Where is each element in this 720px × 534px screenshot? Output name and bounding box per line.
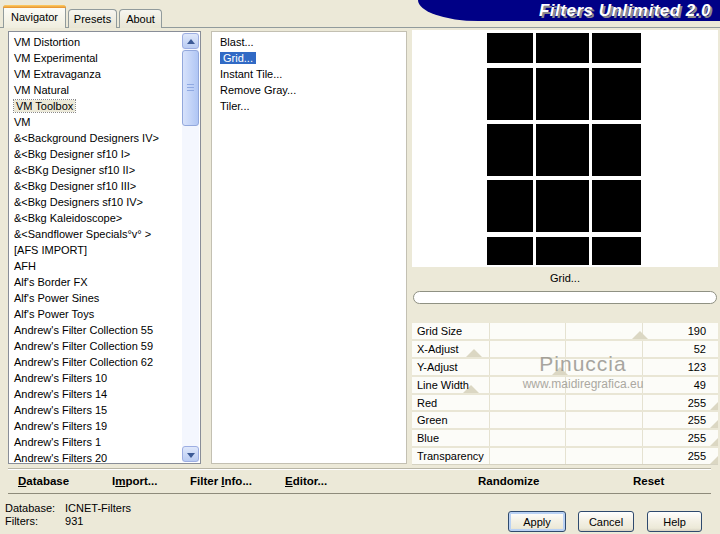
category-item[interactable]: Andrew's Filters 14 — [9, 386, 200, 402]
filter-listbox[interactable]: Blast...Grid...Instant Tile...Remove Gra… — [211, 31, 407, 464]
category-item[interactable]: &<Sandflower Specials°v° > — [9, 226, 200, 242]
category-listbox[interactable]: VM DistortionVM ExperimentalVM Extravaga… — [8, 31, 201, 464]
tab-presets[interactable]: Presets — [68, 9, 117, 28]
filter-item-label: Instant Tile... — [220, 68, 282, 80]
preview-grid-cell — [487, 33, 533, 63]
slider-tick — [565, 377, 566, 393]
slider-thumb[interactable] — [466, 349, 482, 357]
slider-tick — [489, 448, 490, 464]
slider-transparency[interactable]: Transparency255 — [412, 448, 718, 465]
preview-grid-cell — [536, 180, 589, 232]
category-item[interactable]: VM Distortion — [9, 34, 200, 50]
category-item-label: Andrew's Filters 19 — [14, 420, 107, 432]
status-database-value: ICNET-Filters — [65, 502, 131, 514]
category-item[interactable]: Andrew's Filters 20 — [9, 450, 200, 464]
filter-item[interactable]: Grid... — [212, 50, 406, 66]
filter-item-label: Tiler... — [220, 100, 250, 112]
category-item[interactable]: VM Natural — [9, 82, 200, 98]
slider-thumb[interactable] — [710, 402, 718, 410]
import-button[interactable]: Import... — [112, 470, 157, 493]
category-item[interactable]: Andrew's Filter Collection 59 — [9, 338, 200, 354]
filter-item[interactable]: Remove Gray... — [212, 82, 406, 98]
category-item[interactable]: &<BKg Designer sf10 II> — [9, 162, 200, 178]
filter-item[interactable]: Tiler... — [212, 98, 406, 114]
arrow-up-icon — [187, 39, 195, 44]
filter-item[interactable]: Instant Tile... — [212, 66, 406, 82]
apply-button[interactable]: Apply — [508, 511, 566, 532]
slider-thumb[interactable] — [710, 420, 718, 428]
slider-tick — [565, 341, 566, 357]
category-item[interactable]: Andrew's Filter Collection 55 — [9, 322, 200, 338]
slider-line-width[interactable]: Line Width49 — [412, 377, 718, 395]
filter-items: Blast...Grid...Instant Tile...Remove Gra… — [212, 34, 406, 114]
scroll-up-button[interactable] — [182, 33, 199, 49]
preview-grid-cell — [536, 124, 589, 176]
slider-tick — [565, 395, 566, 411]
app-title: Filters Unlimited 2.0 — [539, 1, 711, 21]
category-item[interactable]: [AFS IMPORT] — [9, 242, 200, 258]
category-item[interactable]: Andrew's Filters 15 — [9, 402, 200, 418]
filter-item[interactable]: Blast... — [212, 34, 406, 50]
category-item-label: Andrew's Filters 14 — [14, 388, 107, 400]
category-item[interactable]: VM Experimental — [9, 50, 200, 66]
category-item-label: &<Bkg Designer sf10 III> — [14, 180, 136, 192]
category-item[interactable]: AFH — [9, 258, 200, 274]
filter-preview-image — [412, 30, 718, 267]
slider-blue[interactable]: Blue255 — [412, 430, 718, 448]
category-item-label: Andrew's Filters 1 — [14, 436, 101, 448]
tab-about[interactable]: About — [119, 9, 162, 28]
action-bar: DatabaseImport...Filter Info...Editor...… — [8, 469, 711, 494]
category-scrollbar[interactable] — [182, 33, 199, 462]
preview-grid-cell — [536, 237, 589, 265]
category-item[interactable]: Andrew's Filters 1 — [9, 434, 200, 450]
category-item[interactable]: VM Toolbox — [9, 98, 200, 114]
slider-tick — [489, 359, 490, 375]
category-item-label: VM — [14, 116, 31, 128]
slider-thumb[interactable] — [710, 456, 718, 464]
scrollbar-thumb[interactable] — [182, 50, 199, 126]
slider-y-adjust[interactable]: Y-Adjust123 — [412, 359, 718, 377]
category-item[interactable]: VM Extravaganza — [9, 66, 200, 82]
category-item[interactable]: &<Background Designers IV> — [9, 130, 200, 146]
category-item[interactable]: &<Bkg Designer sf10 I> — [9, 146, 200, 162]
slider-tick — [489, 377, 490, 393]
category-item[interactable]: &<Bkg Designer sf10 III> — [9, 178, 200, 194]
slider-label: Y-Adjust — [417, 361, 458, 373]
cancel-button[interactable]: Cancel — [578, 511, 634, 532]
category-item[interactable]: &<Bkg Designers sf10 IV> — [9, 194, 200, 210]
tab-navigator[interactable]: Navigator — [3, 5, 66, 28]
slider-thumb[interactable] — [710, 438, 718, 446]
category-item[interactable]: Alf's Power Toys — [9, 306, 200, 322]
category-item-label: &<BKg Designer sf10 II> — [14, 164, 135, 176]
category-item[interactable]: &<Bkg Kaleidoscope> — [9, 210, 200, 226]
database-button[interactable]: Database — [18, 470, 69, 493]
title-banner: Filters Unlimited 2.0 — [418, 0, 720, 21]
category-item-label: VM Experimental — [14, 52, 98, 64]
preview-grid-cell — [487, 68, 533, 120]
editor-button[interactable]: Editor... — [285, 470, 327, 493]
filter-info-button[interactable]: Filter Info... — [190, 470, 252, 493]
slider-label: Green — [417, 414, 448, 426]
slider-value: 255 — [688, 432, 706, 444]
category-item-label: VM Extravaganza — [14, 68, 101, 80]
slider-value: 255 — [688, 450, 706, 462]
preview-grid-cell — [592, 124, 641, 176]
help-button[interactable]: Help — [647, 511, 702, 532]
category-item[interactable]: Andrew's Filter Collection 62 — [9, 354, 200, 370]
slider-x-adjust[interactable]: X-Adjust52 — [412, 341, 718, 359]
reset-button[interactable]: Reset — [633, 470, 664, 493]
slider-thumb[interactable] — [552, 367, 568, 375]
category-item[interactable]: VM — [9, 114, 200, 130]
category-item[interactable]: Alf's Border FX — [9, 274, 200, 290]
slider-red[interactable]: Red255 — [412, 395, 718, 413]
category-item[interactable]: Andrew's Filters 19 — [9, 418, 200, 434]
slider-green[interactable]: Green255 — [412, 412, 718, 430]
slider-thumb[interactable] — [632, 331, 648, 339]
slider-tick — [489, 430, 490, 446]
category-item[interactable]: Andrew's Filters 10 — [9, 370, 200, 386]
slider-grid-size[interactable]: Grid Size190 — [412, 323, 718, 341]
randomize-button[interactable]: Randomize — [478, 470, 539, 493]
preview-grid-cell — [487, 180, 533, 232]
category-item[interactable]: Alf's Power Sines — [9, 290, 200, 306]
scroll-down-button[interactable] — [182, 446, 199, 462]
